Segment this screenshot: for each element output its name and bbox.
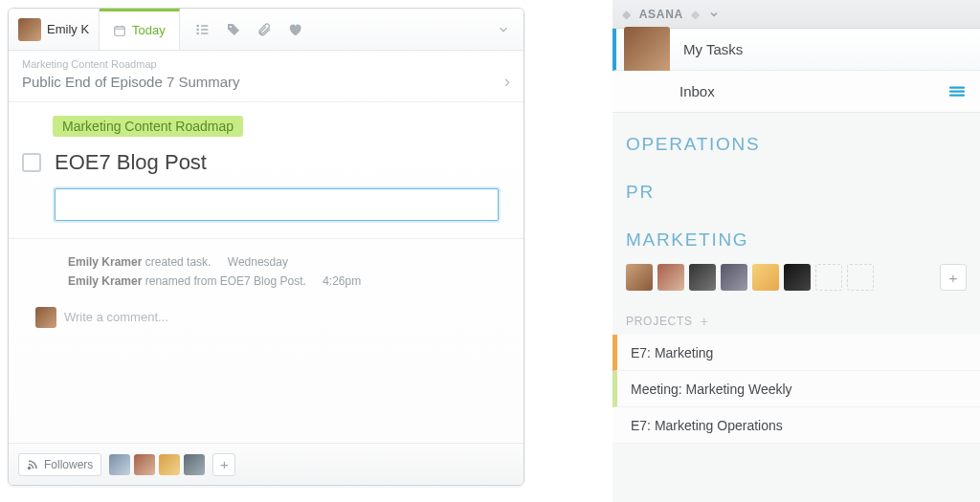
rss-icon [27,459,38,470]
avatar[interactable] [109,454,130,475]
avatar [624,27,670,73]
activity-feed: Emily Kramer created task. Wednesday Emi… [22,239,510,292]
avatar[interactable] [184,454,205,475]
followers-button[interactable]: Followers [18,453,101,476]
avatar[interactable] [752,264,779,291]
activity-verb: created task. [145,255,212,269]
team-marketing[interactable]: MARKETING [612,208,980,256]
sidebar-item-label: My Tasks [683,41,743,57]
add-project-button[interactable]: + [701,314,709,329]
add-follower-button[interactable]: + [212,453,235,476]
svg-point-1 [197,25,198,26]
add-member-button[interactable]: + [940,264,967,291]
project-row[interactable]: E7: Marketing Operations [612,407,980,444]
followers-bar: Followers + [9,443,523,485]
activity-entry: Emily Kramer created task. Wednesday [68,252,497,272]
avatar[interactable] [657,264,684,291]
svg-point-2 [197,29,198,30]
calendar-icon [113,24,126,37]
avatar[interactable] [626,264,653,291]
follower-avatars [109,454,205,475]
avatar-placeholder [815,264,842,291]
project-name: E7: Marketing Operations [631,418,783,433]
project-pill[interactable]: Marketing Content Roadmap [53,116,243,137]
dot-icon: ◆ [622,8,632,21]
project-name: E7: Marketing [631,345,713,360]
user-name-label: Emily K [47,22,89,36]
avatar[interactable] [134,454,155,475]
svg-rect-6 [949,86,965,88]
team-name-label: PR [626,182,967,203]
project-name: Meeting: Marketing Weekly [631,382,792,397]
comment-row: Write a comment... [22,292,510,328]
chevron-down-icon [497,23,510,36]
list-icon[interactable] [195,22,211,37]
more-menu[interactable] [483,23,523,36]
svg-rect-0 [115,26,125,34]
activity-time: Wednesday [228,255,288,269]
activity-entry: Emily Kramer renamed from EOE7 Blog Post… [68,272,497,291]
project-row[interactable]: Meeting: Marketing Weekly [612,371,980,407]
avatar[interactable] [159,454,180,475]
svg-point-5 [29,467,31,469]
sidebar-item-label: Inbox [679,83,715,99]
complete-checkbox[interactable] [22,153,41,172]
attachment-icon[interactable] [256,22,272,37]
chevron-down-icon [708,9,720,20]
task-toolbar: Emily K Today [9,9,523,51]
sidebar-item-inbox[interactable]: Inbox [612,71,980,113]
breadcrumb-block: Marketing Content Roadmap Public End of … [9,51,523,102]
svg-point-4 [230,26,232,28]
breadcrumb-project: Marketing Content Roadmap [22,58,510,70]
sidebar-item-my-tasks[interactable]: My Tasks [612,29,980,71]
task-body: Marketing Content Roadmap EOE7 Blog Post… [9,102,523,328]
team-operations[interactable]: OPERATIONS [612,113,980,161]
task-name[interactable]: EOE7 Blog Post [55,150,207,175]
avatar[interactable] [784,264,811,291]
team-name-label: OPERATIONS [626,134,967,155]
task-detail-panel: Emily K Today Marketing Content Roadmap … [8,8,524,486]
workspace-header[interactable]: ◆ ASANA ◆ [612,0,980,29]
activity-actor: Emily Kramer [68,274,142,288]
breadcrumb-parent[interactable]: Public End of Episode 7 Summary › [22,72,510,92]
workspace-name: ASANA [639,8,683,21]
tab-today-label: Today [132,23,166,37]
tag-icon[interactable] [226,22,241,37]
dot-icon: ◆ [691,8,701,21]
section-label-text: PROJECTS [626,315,693,328]
avatar[interactable] [721,264,747,291]
description-input[interactable] [55,188,499,221]
activity-verb: renamed from EOE7 Blog Post. [145,274,306,288]
chevron-right-icon: › [504,72,510,92]
avatar [18,18,41,41]
task-title-row: EOE7 Blog Post [22,150,510,175]
activity-time: 4:26pm [323,274,361,288]
sidebar-panel: ◆ ASANA ◆ My Tasks Inbox OPERATIONS PR M… [612,0,980,502]
svg-rect-8 [949,94,965,96]
team-name-label: MARKETING [626,229,967,251]
projects-section-label: PROJECTS + [612,304,980,335]
activity-actor: Emily Kramer [68,255,142,269]
project-row[interactable]: E7: Marketing [612,335,980,371]
heart-icon[interactable] [287,22,302,37]
avatar [35,307,56,328]
breadcrumb-title: Public End of Episode 7 Summary [22,74,240,90]
inbox-icon [947,84,967,99]
svg-rect-7 [949,90,965,92]
avatar-placeholder [847,264,874,291]
user-chip[interactable]: Emily K [9,9,100,50]
comment-input[interactable]: Write a comment... [64,310,168,324]
team-pr[interactable]: PR [612,161,980,208]
svg-point-3 [197,33,198,33]
avatar[interactable] [689,264,716,291]
tab-today[interactable]: Today [100,9,180,50]
team-marketing-members: + [612,256,980,304]
toolbar-icons [180,9,318,50]
followers-label: Followers [44,458,93,471]
